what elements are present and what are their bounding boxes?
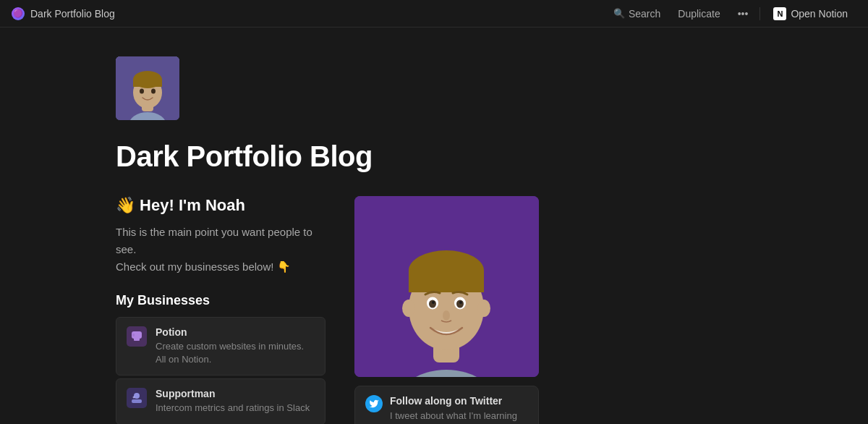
open-notion-label: Open Notion bbox=[791, 8, 848, 20]
duplicate-label: Duplicate bbox=[678, 8, 720, 20]
notion-icon: N bbox=[773, 7, 786, 20]
business-card-potion[interactable]: Potion Create custom websites in minutes… bbox=[116, 317, 326, 376]
profile-image bbox=[116, 56, 179, 120]
profile-face-svg bbox=[116, 56, 179, 120]
twitter-card[interactable]: Follow along on Twitter I tweet about wh… bbox=[354, 386, 539, 424]
open-notion-button[interactable]: N Open Notion bbox=[765, 4, 856, 23]
svg-point-6 bbox=[140, 89, 144, 94]
profile-image-container bbox=[116, 56, 179, 120]
potion-icon bbox=[127, 326, 147, 347]
more-icon: ••• bbox=[738, 8, 749, 20]
topbar-right: 🔍 Search Duplicate ••• N Open Notion bbox=[606, 4, 856, 23]
svg-point-22 bbox=[402, 300, 415, 317]
svg-point-28 bbox=[432, 301, 435, 304]
svg-rect-9 bbox=[134, 338, 140, 341]
supportman-info: Supportman Intercom metrics and ratings … bbox=[156, 388, 315, 415]
supportman-desc: Intercom metrics and ratings in Slack bbox=[156, 402, 315, 415]
svg-point-26 bbox=[429, 300, 436, 308]
svg-rect-21 bbox=[409, 271, 484, 292]
svg-point-30 bbox=[443, 310, 450, 321]
potion-info: Potion Create custom websites in minutes… bbox=[156, 326, 315, 366]
business-list: Potion Create custom websites in minutes… bbox=[116, 317, 326, 424]
page-title: Dark Portfolio Blog bbox=[116, 140, 810, 173]
hey-heading: 👋 Hey! I'm Noah bbox=[116, 196, 326, 215]
business-card-supportman[interactable]: Supportman Intercom metrics and ratings … bbox=[116, 378, 326, 424]
topbar-left: 🟣 Dark Portfolio Blog bbox=[12, 7, 115, 20]
supportman-name: Supportman bbox=[156, 388, 315, 399]
left-column: 👋 Hey! I'm Noah This is the main point y… bbox=[116, 196, 326, 424]
svg-point-13 bbox=[133, 397, 135, 399]
hey-text: This is the main point you want people t… bbox=[116, 224, 326, 276]
svg-point-29 bbox=[459, 301, 462, 304]
more-button[interactable]: ••• bbox=[731, 5, 756, 22]
potion-desc: Create custom websites in minutes.All on… bbox=[156, 340, 315, 366]
businesses-heading: My Businesses bbox=[116, 293, 326, 308]
twitter-content: Follow along on Twitter I tweet about wh… bbox=[390, 395, 528, 424]
svg-rect-10 bbox=[132, 334, 135, 336]
site-favicon: 🟣 bbox=[12, 7, 25, 20]
search-label: Search bbox=[629, 8, 660, 20]
noah-photo-svg bbox=[354, 196, 539, 377]
potion-name: Potion bbox=[156, 326, 315, 338]
main-content: Dark Portfolio Blog 👋 Hey! I'm Noah This… bbox=[0, 27, 868, 424]
right-column: Follow along on Twitter I tweet about wh… bbox=[354, 196, 539, 424]
hey-text-line1: This is the main point you want people t… bbox=[116, 226, 312, 255]
search-button[interactable]: 🔍 Search bbox=[606, 5, 668, 22]
supportman-icon bbox=[127, 388, 147, 408]
svg-rect-5 bbox=[133, 80, 162, 87]
noah-photo bbox=[354, 196, 539, 377]
duplicate-button[interactable]: Duplicate bbox=[671, 5, 727, 22]
svg-point-27 bbox=[456, 300, 464, 308]
twitter-icon bbox=[365, 395, 383, 412]
two-column-layout: 👋 Hey! I'm Noah This is the main point y… bbox=[116, 196, 810, 424]
topbar: 🟣 Dark Portfolio Blog 🔍 Search Duplicate… bbox=[0, 0, 868, 27]
twitter-title: Follow along on Twitter bbox=[390, 395, 528, 407]
twitter-desc: I tweet about what I'm learning and buil… bbox=[390, 410, 528, 424]
svg-point-23 bbox=[477, 300, 490, 317]
search-icon: 🔍 bbox=[613, 8, 625, 19]
svg-point-7 bbox=[151, 89, 156, 94]
svg-rect-12 bbox=[132, 399, 142, 403]
hey-text-line2: Check out my businesses below! 👇 bbox=[116, 260, 291, 273]
topbar-site-title: Dark Portfolio Blog bbox=[30, 8, 115, 20]
topbar-divider bbox=[760, 7, 760, 20]
